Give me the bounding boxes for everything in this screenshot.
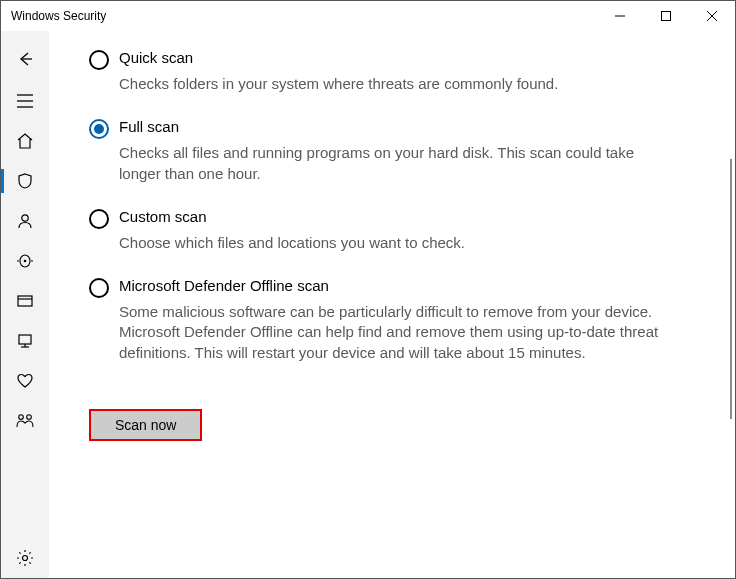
svg-rect-10 (18, 296, 32, 306)
option-title: Full scan (119, 118, 659, 135)
option-offline-scan[interactable]: Microsoft Defender Offline scan Some mal… (89, 277, 695, 363)
scrollbar[interactable] (730, 159, 732, 419)
close-icon (707, 11, 717, 21)
sidebar-item-settings[interactable] (1, 538, 49, 578)
maximize-icon (661, 11, 671, 21)
svg-point-15 (19, 415, 24, 420)
sidebar (1, 31, 49, 578)
option-title: Custom scan (119, 208, 659, 225)
option-description: Choose which files and locations you wan… (119, 233, 659, 253)
option-custom-scan[interactable]: Custom scan Choose which files and locat… (89, 208, 695, 253)
network-icon (15, 251, 35, 271)
sidebar-item-account-protection[interactable] (1, 201, 49, 241)
app-browser-icon (15, 291, 35, 311)
svg-point-16 (27, 415, 32, 420)
person-icon (15, 211, 35, 231)
minimize-icon (615, 11, 625, 21)
close-button[interactable] (689, 1, 735, 31)
option-description: Some malicious software can be particula… (119, 302, 659, 363)
shield-icon (15, 171, 35, 191)
heart-icon (15, 371, 35, 391)
main-content: Quick scan Checks folders in your system… (49, 31, 735, 578)
home-icon (15, 131, 35, 151)
radio-custom-scan[interactable] (89, 209, 109, 229)
sidebar-item-family-options[interactable] (1, 401, 49, 441)
sidebar-item-device-security[interactable] (1, 321, 49, 361)
back-button[interactable] (1, 37, 49, 81)
radio-offline-scan[interactable] (89, 278, 109, 298)
radio-quick-scan[interactable] (89, 50, 109, 70)
body: Quick scan Checks folders in your system… (1, 31, 735, 578)
svg-point-9 (24, 260, 27, 263)
option-title: Microsoft Defender Offline scan (119, 277, 659, 294)
family-icon (15, 411, 35, 431)
sidebar-item-home[interactable] (1, 121, 49, 161)
option-description: Checks all files and running programs on… (119, 143, 659, 184)
window-controls (597, 1, 735, 31)
svg-point-17 (23, 556, 28, 561)
window-title: Windows Security (11, 9, 106, 23)
titlebar: Windows Security (1, 1, 735, 31)
option-full-scan[interactable]: Full scan Checks all files and running p… (89, 118, 695, 184)
back-arrow-icon (15, 49, 35, 69)
svg-point-8 (22, 215, 28, 221)
hamburger-icon (15, 91, 35, 111)
sidebar-item-app-browser-control[interactable] (1, 281, 49, 321)
gear-icon (15, 548, 35, 568)
option-description: Checks folders in your system where thre… (119, 74, 659, 94)
radio-full-scan[interactable] (89, 119, 109, 139)
option-title: Quick scan (119, 49, 659, 66)
scan-now-button[interactable]: Scan now (89, 409, 202, 441)
minimize-button[interactable] (597, 1, 643, 31)
device-icon (15, 331, 35, 351)
menu-button[interactable] (1, 81, 49, 121)
sidebar-item-device-performance[interactable] (1, 361, 49, 401)
svg-rect-12 (19, 335, 31, 344)
maximize-button[interactable] (643, 1, 689, 31)
sidebar-item-firewall[interactable] (1, 241, 49, 281)
windows-security-window: Windows Security (0, 0, 736, 579)
svg-rect-1 (662, 12, 671, 21)
option-quick-scan[interactable]: Quick scan Checks folders in your system… (89, 49, 695, 94)
sidebar-item-virus-protection[interactable] (1, 161, 49, 201)
